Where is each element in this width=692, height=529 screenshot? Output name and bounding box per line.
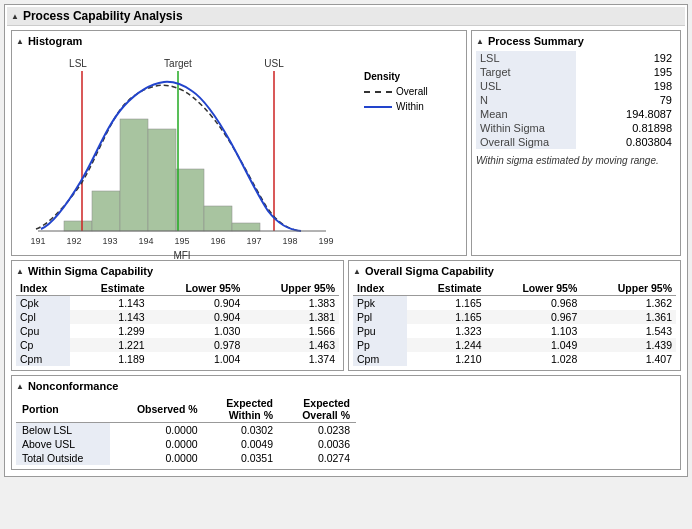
within-sigma-table: Index Estimate Lower 95% Upper 95% Cpk1.… <box>16 281 339 366</box>
ps-title-text: Process Summary <box>488 35 584 47</box>
nonconf-portion: Above USL <box>16 437 110 451</box>
nonconf-observed: 0.0000 <box>110 437 203 451</box>
overall-row: Pp1.2441.0491.439 <box>353 338 676 352</box>
tick-193: 193 <box>102 236 117 246</box>
bottom-row: ▲ Within Sigma Capability Index Estimate… <box>7 260 685 375</box>
panel-title: ▲ Process Capability Analysis <box>7 7 685 26</box>
process-summary-table: LSL192Target195USL198N79Mean194.8087With… <box>476 51 676 149</box>
ps-value: 195 <box>576 65 676 79</box>
overall-estimate: 1.165 <box>407 310 486 324</box>
histogram-collapse-icon[interactable]: ▲ <box>16 37 24 46</box>
overall-lower: 1.103 <box>486 324 582 338</box>
ps-label: Within Sigma <box>476 121 576 135</box>
ps-collapse-icon[interactable]: ▲ <box>476 37 484 46</box>
ps-value: 192 <box>576 51 676 65</box>
overall-sigma-collapse-icon[interactable]: ▲ <box>353 267 361 276</box>
histogram-title: ▲ Histogram <box>16 35 462 47</box>
within-legend-label: Within <box>396 101 424 112</box>
ps-label: Target <box>476 65 576 79</box>
nonconf-collapse-icon[interactable]: ▲ <box>16 382 24 391</box>
within-index: Cp <box>16 338 70 352</box>
nonconf-col-overall: ExpectedOverall % <box>279 396 356 423</box>
within-row: Cpk1.1430.9041.383 <box>16 296 339 311</box>
ps-row: Overall Sigma0.803804 <box>476 135 676 149</box>
histogram-title-text: Histogram <box>28 35 82 47</box>
within-upper: 1.566 <box>244 324 339 338</box>
ps-row: Mean194.8087 <box>476 107 676 121</box>
overall-lower: 0.968 <box>486 296 582 311</box>
nonconf-title: ▲ Nonconformance <box>16 380 676 392</box>
histogram-area: LSL Target USL 191 192 193 194 <box>16 51 462 251</box>
lsl-label: LSL <box>69 58 87 69</box>
within-lower: 1.030 <box>149 324 245 338</box>
overall-sigma-section: ▲ Overall Sigma Capability Index Estimat… <box>348 260 681 371</box>
histogram-chart: LSL Target USL 191 192 193 194 <box>16 51 356 261</box>
within-row: Cpm1.1891.0041.374 <box>16 352 339 366</box>
overall-sigma-title: ▲ Overall Sigma Capability <box>353 265 676 277</box>
overall-legend-line <box>364 91 392 93</box>
nonconf-row: Total Outside0.00000.03510.0274 <box>16 451 356 465</box>
ps-label: LSL <box>476 51 576 65</box>
process-summary-section: ▲ Process Summary LSL192Target195USL198N… <box>471 30 681 256</box>
ps-note: Within sigma estimated by moving range. <box>476 155 676 166</box>
overall-lower: 0.967 <box>486 310 582 324</box>
overall-index: Ppk <box>353 296 407 311</box>
histogram-bars <box>64 119 260 231</box>
overall-index: Cpm <box>353 352 407 366</box>
usl-label: USL <box>264 58 284 69</box>
overall-estimate: 1.210 <box>407 352 486 366</box>
panel-title-text: Process Capability Analysis <box>23 9 183 23</box>
overall-upper: 1.361 <box>581 310 676 324</box>
within-col-estimate: Estimate <box>70 281 149 296</box>
ps-value: 198 <box>576 79 676 93</box>
within-col-index: Index <box>16 281 70 296</box>
nonconf-overall: 0.0274 <box>279 451 356 465</box>
overall-col-index: Index <box>353 281 407 296</box>
ps-row: Within Sigma0.81898 <box>476 121 676 135</box>
overall-estimate: 1.244 <box>407 338 486 352</box>
within-col-lower: Lower 95% <box>149 281 245 296</box>
within-index: Cpm <box>16 352 70 366</box>
collapse-icon[interactable]: ▲ <box>11 12 19 21</box>
within-legend-item: Within <box>364 101 428 112</box>
overall-col-upper: Upper 95% <box>581 281 676 296</box>
overall-upper: 1.362 <box>581 296 676 311</box>
overall-index: Pp <box>353 338 407 352</box>
overall-legend-item: Overall <box>364 86 428 97</box>
tick-197: 197 <box>246 236 261 246</box>
within-index: Cpk <box>16 296 70 311</box>
nonconf-col-observed: Observed % <box>110 396 203 423</box>
within-col-upper: Upper 95% <box>244 281 339 296</box>
nonconf-row: Above USL0.00000.00490.0036 <box>16 437 356 451</box>
ps-label: N <box>476 93 576 107</box>
nonconf-overall: 0.0036 <box>279 437 356 451</box>
top-row: ▲ Histogram <box>7 26 685 260</box>
tick-191: 191 <box>30 236 45 246</box>
svg-rect-1 <box>92 191 120 231</box>
ps-value: 79 <box>576 93 676 107</box>
overall-estimate: 1.165 <box>407 296 486 311</box>
density-label: Density <box>364 71 428 82</box>
overall-index: Ppu <box>353 324 407 338</box>
within-sigma-section: ▲ Within Sigma Capability Index Estimate… <box>11 260 344 371</box>
overall-estimate: 1.323 <box>407 324 486 338</box>
ps-value: 194.8087 <box>576 107 676 121</box>
nonconf-portion: Total Outside <box>16 451 110 465</box>
nonconf-overall: 0.0238 <box>279 423 356 438</box>
ps-row: LSL192 <box>476 51 676 65</box>
within-row: Cpu1.2991.0301.566 <box>16 324 339 338</box>
nonconf-col-portion: Portion <box>16 396 110 423</box>
within-index: Cpu <box>16 324 70 338</box>
overall-sigma-table: Index Estimate Lower 95% Upper 95% Ppk1.… <box>353 281 676 366</box>
within-estimate: 1.143 <box>70 296 149 311</box>
nonconf-within: 0.0049 <box>204 437 279 451</box>
within-sigma-collapse-icon[interactable]: ▲ <box>16 267 24 276</box>
overall-row: Ppu1.3231.1031.543 <box>353 324 676 338</box>
overall-upper: 1.439 <box>581 338 676 352</box>
tick-195: 195 <box>174 236 189 246</box>
within-estimate: 1.189 <box>70 352 149 366</box>
overall-index: Ppl <box>353 310 407 324</box>
within-upper: 1.381 <box>244 310 339 324</box>
within-lower: 0.904 <box>149 296 245 311</box>
ps-value: 0.81898 <box>576 121 676 135</box>
